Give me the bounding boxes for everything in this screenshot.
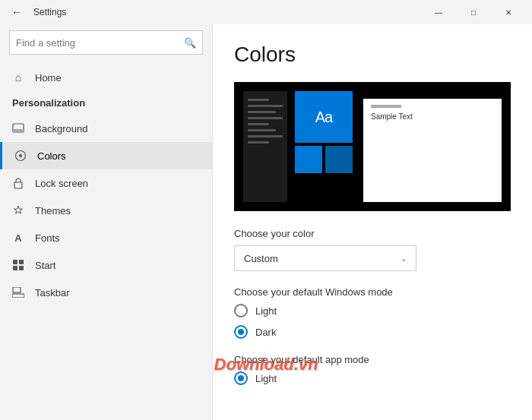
sidebar-label-start: Start (35, 260, 55, 271)
chevron-down-icon: ⌄ (401, 254, 407, 263)
svg-rect-5 (13, 260, 17, 264)
radio-app-light-dot (238, 375, 244, 381)
svg-rect-4 (14, 182, 22, 188)
app-mode-label: Choose your default app mode (234, 354, 511, 365)
sidebar-item-fonts[interactable]: A Fonts (0, 224, 212, 251)
preview-tiles: Aa (295, 91, 356, 202)
preview-line-5 (248, 123, 269, 125)
search-icon: 🔍 (184, 37, 196, 49)
windows-mode-dark[interactable]: Dark (234, 325, 511, 339)
app-mode-group: Light (234, 371, 511, 385)
sidebar-label-lock-screen: Lock screen (35, 178, 88, 189)
sidebar-item-start[interactable]: Start (0, 251, 212, 279)
preview-line-2 (248, 105, 283, 107)
sidebar-label-home: Home (35, 72, 62, 84)
color-dropdown[interactable]: Custom ⌄ (234, 245, 416, 271)
svg-rect-8 (19, 266, 24, 270)
preview-line-3 (248, 111, 276, 113)
start-icon (12, 259, 24, 271)
windows-mode-label: Choose your default Windows mode (234, 286, 511, 298)
tile-sm-1 (295, 146, 322, 173)
preview-left-panel (243, 91, 287, 202)
search-box[interactable]: 🔍 (9, 30, 203, 55)
sidebar-label-background: Background (35, 123, 87, 134)
color-preview: Aa Sample Text (234, 82, 511, 211)
sidebar-item-colors[interactable]: Colors (0, 142, 212, 169)
svg-rect-1 (13, 129, 24, 132)
background-icon (12, 122, 24, 134)
back-button[interactable]: ← (6, 2, 27, 23)
windows-mode-group: Light Dark (234, 304, 511, 339)
color-dropdown-value: Custom (244, 253, 278, 264)
radio-light-circle (234, 304, 248, 317)
preview-window: Sample Text (363, 99, 502, 202)
tile-aa: Aa (295, 91, 353, 143)
radio-dark-dot (238, 329, 244, 335)
radio-dark-label: Dark (255, 327, 276, 338)
svg-rect-6 (19, 260, 24, 264)
sidebar: 🔍 ⌂ Home Personalization Background (0, 24, 213, 420)
choose-color-label: Choose your color (234, 228, 511, 239)
preview-line-4 (248, 117, 283, 119)
lock-icon (12, 177, 24, 189)
sidebar-item-lock-screen[interactable]: Lock screen (0, 169, 212, 197)
title-bar: ← Settings — □ ✕ (0, 0, 532, 24)
preview-line-1 (248, 99, 269, 101)
content-area: Colors Aa (213, 24, 532, 420)
svg-point-3 (19, 154, 22, 157)
preview-line-7 (248, 135, 283, 137)
preview-titlebar (371, 105, 401, 108)
windows-mode-light[interactable]: Light (234, 304, 511, 317)
sidebar-label-taskbar: Taskbar (35, 287, 70, 298)
preview-line-8 (248, 141, 269, 144)
preview-line-6 (248, 129, 276, 131)
svg-rect-7 (13, 266, 17, 270)
taskbar-icon (12, 286, 24, 298)
app-mode-light[interactable]: Light (234, 371, 511, 385)
preview-sample-text: Sample Text (371, 112, 494, 121)
sidebar-item-themes[interactable]: Themes (0, 197, 212, 224)
sidebar-label-themes: Themes (35, 205, 71, 216)
fonts-icon: A (12, 232, 24, 244)
app-body: 🔍 ⌂ Home Personalization Background (0, 24, 532, 420)
colors-icon (14, 150, 27, 162)
sidebar-section-title: Personalization (0, 91, 212, 115)
tile-sm-2 (325, 146, 353, 173)
search-input[interactable] (16, 37, 184, 49)
minimize-button[interactable]: — (421, 0, 456, 24)
maximize-button[interactable]: □ (456, 0, 491, 24)
svg-rect-10 (13, 287, 21, 292)
tile-row (295, 146, 356, 173)
svg-rect-9 (12, 294, 24, 298)
preview-inner: Aa Sample Text (243, 91, 502, 202)
sidebar-item-taskbar[interactable]: Taskbar (0, 279, 212, 306)
window-controls: — □ ✕ (421, 0, 526, 24)
themes-icon (12, 204, 24, 216)
app-title: Settings (33, 7, 66, 17)
radio-app-light-label: Light (255, 373, 277, 384)
radio-light-label: Light (255, 305, 277, 317)
title-bar-left: ← Settings (6, 2, 421, 23)
sidebar-item-home[interactable]: ⌂ Home (0, 64, 212, 91)
sidebar-label-colors: Colors (37, 150, 66, 162)
home-icon: ⌂ (12, 71, 24, 84)
sidebar-item-background[interactable]: Background (0, 115, 212, 142)
close-button[interactable]: ✕ (491, 0, 526, 24)
sidebar-label-fonts: Fonts (35, 232, 60, 244)
radio-dark-circle (234, 325, 248, 339)
radio-app-light-circle (234, 371, 248, 385)
page-title: Colors (234, 43, 511, 67)
